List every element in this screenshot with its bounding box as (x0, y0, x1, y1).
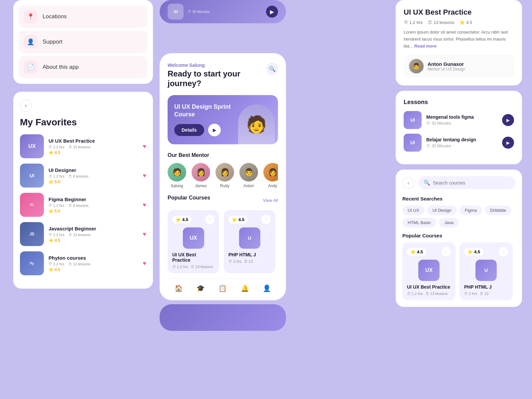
rating-badge: ⭐ 4.5 (172, 216, 192, 223)
menu-item-about[interactable]: 📄 About this app (19, 56, 148, 78)
course-meta: ⏱ 1.2 hrs 🗒 6 lessons (49, 174, 138, 178)
lessons-card: Lessons UI Mengenal tools figma ⏱ 30 Min… (396, 91, 522, 164)
favorite-icon[interactable]: ♥ (143, 231, 146, 238)
menu-label-support: Support (43, 39, 63, 45)
list-item[interactable]: Py Phyton courses ⏱ 1.2 hrs 🗒 12 lessons… (20, 251, 146, 275)
mentor-avatar: 👩 (192, 163, 210, 182)
course-card[interactable]: ⭐ 4.5 ♡ UX UI UX Best Practice ⏱ 1.2 hrs… (402, 242, 456, 300)
search-tag[interactable]: Java (439, 218, 459, 227)
detail-description: Lorem ipsum dolor sit amet consectetur. … (404, 29, 514, 50)
location-icon: 📍 (24, 10, 37, 23)
list-item[interactable]: JS Javascript Beginner ⏱ 1.2 hrs 🗒 13 le… (20, 222, 146, 246)
top-card-partial: ✉ ⏱ 30 Minutes ▶ (160, 0, 286, 23)
list-item[interactable]: UI UI Designer ⏱ 1.2 hrs 🗒 6 lessons ⭐ 5… (20, 164, 146, 188)
course-meta: ⏱ 1.2 hrs 🗒 13 lessons (49, 145, 138, 149)
mentor-avatar: 🧑 (168, 163, 186, 182)
search-back-button[interactable]: ‹ (402, 177, 414, 189)
lesson-thumb: UI (404, 111, 422, 129)
search-tag[interactable]: Figma (460, 205, 482, 215)
mentor-avatar: 👩 (263, 163, 278, 182)
search-tag[interactable]: UI UX (402, 205, 425, 215)
nav-notes[interactable]: 📋 (218, 284, 227, 292)
course-name: UI UX Best Practice (172, 252, 214, 263)
details-button[interactable]: Details (174, 124, 204, 136)
course-meta: ⏱ 2 hrs 🗒 13 (228, 259, 271, 263)
course-meta: ⏱ 1.2 hrs 🗒 13 lessons (172, 265, 214, 269)
nav-courses[interactable]: 🎓 (197, 284, 205, 292)
lesson-name: Belajar tentang design (426, 137, 497, 142)
bottom-card-partial (160, 304, 286, 331)
search-input[interactable] (433, 180, 510, 186)
detail-meta: ⏱ 1.2 hrs 🗒 13 lessons ⭐ 4.5 (404, 20, 514, 25)
mentor-avatar: 👨 (239, 163, 258, 182)
support-icon: 👤 (24, 35, 37, 49)
lesson-name: Mengenal tools figma (426, 114, 497, 120)
nav-profile[interactable]: 👤 (263, 284, 271, 292)
view-all-button[interactable]: View All (263, 198, 278, 203)
favorite-button[interactable]: ♡ (205, 215, 214, 224)
list-item[interactable]: UX UI UX Best Practice ⏱ 1.2 hrs 🗒 13 le… (20, 134, 146, 158)
mentor-name: Salung (171, 184, 183, 188)
favorite-icon[interactable]: ♥ (143, 201, 146, 208)
menu-item-locations[interactable]: 📍 Locations (19, 5, 148, 28)
course-rating: ⭐ 4.5 (49, 150, 138, 155)
search-tag[interactable]: UI Design (427, 205, 457, 215)
course-rating: ⭐ 5.0 (49, 180, 138, 184)
course-thumb: UX (418, 260, 440, 281)
course-rating: ⭐ 5.0 (49, 209, 138, 213)
favorite-button[interactable]: ♡ (499, 247, 508, 256)
nav-home[interactable]: 🏠 (175, 284, 183, 292)
course-card[interactable]: ⭐ 4.5 ♡ U PHP HTML J ⏱ 2 hrs 🗒 13 (460, 242, 513, 300)
favorite-icon[interactable]: ♥ (143, 143, 146, 150)
search-input-wrap: 🔍 (418, 176, 515, 189)
play-button[interactable]: ▶ (502, 137, 514, 149)
mentor-avatar: 👨 (409, 59, 424, 73)
course-thumb: UX (20, 134, 44, 158)
mentor-item[interactable]: 👩 James (192, 163, 210, 188)
course-name: UI UX Best Practice (49, 138, 138, 144)
favorite-button[interactable]: ♡ (261, 215, 271, 224)
welcome-text: Welcome Salung (168, 63, 266, 68)
popular-courses-row: ⭐ 4.5 ♡ UX UI UX Best Practice ⏱ 1.2 hrs… (402, 242, 515, 300)
detail-title: UI UX Best Practice (404, 8, 514, 17)
course-meta: ⏱ 2 hrs 🗒 13 (464, 292, 508, 296)
course-thumb: UX (183, 227, 204, 249)
read-more-link[interactable]: Read more (414, 44, 437, 49)
mentor-item[interactable]: 🧑 Salung (168, 163, 186, 188)
search-tag[interactable]: HTML Basic (402, 218, 436, 227)
search-tag[interactable]: Dribbble (485, 205, 511, 215)
course-thumb: U (475, 260, 497, 281)
list-item[interactable]: Fi Figma Beginner ⏱ 1.2 hrs 🗒 8 lessons … (20, 193, 146, 217)
play-button[interactable]: ▶ (502, 114, 514, 126)
course-card[interactable]: ⭐ 4.5 ♡ UX UI UX Best Practice ⏱ 1.2 hrs… (168, 210, 219, 273)
mentor-info: 👨 Anton Gunasor Mentor UI UX Design (404, 55, 514, 77)
nav-notifications[interactable]: 🔔 (241, 284, 249, 292)
recent-searches-title: Recent Searches (402, 196, 515, 201)
favorite-icon[interactable]: ♥ (143, 172, 146, 179)
course-thumb: Py (20, 251, 44, 275)
phone-main-card: Welcome Salung Ready to start your journ… (160, 53, 286, 300)
play-button[interactable] (208, 124, 221, 136)
course-name: Phyton courses (49, 255, 138, 261)
left-panel: 📍 Locations 👤 Support 📄 About this app ‹… (13, 0, 153, 399)
course-card[interactable]: ⭐ 4.5 ♡ U PHP HTML J ⏱ 2 hrs 🗒 13 (224, 210, 275, 273)
mentor-item[interactable]: 👩 Andy (263, 163, 278, 188)
favorite-button[interactable]: ♡ (442, 247, 451, 256)
menu-item-support[interactable]: 👤 Support (19, 31, 148, 53)
mentors-section-title: Our Best Mentor (168, 152, 278, 158)
back-button[interactable]: ‹ (20, 100, 32, 112)
mentor-name: Andy (268, 184, 277, 188)
favorite-icon[interactable]: ♥ (143, 260, 146, 267)
course-thumb: JS (20, 222, 44, 246)
mentor-item[interactable]: 👩 Rudy (215, 163, 234, 188)
course-rating: ⭐ 4.5 (49, 238, 138, 243)
list-item[interactable]: UI Mengenal tools figma ⏱ 30 Minutes ▶ (404, 111, 514, 129)
course-name: PHP HTML J (228, 252, 271, 257)
mentor-item[interactable]: 👨 Anton (239, 163, 258, 188)
search-button[interactable]: 🔍 (266, 63, 278, 75)
list-item[interactable]: UI Belajar tentang design ⏱ 30 Minutes ▶ (404, 134, 514, 152)
lesson-duration: ⏱ 30 Minutes (426, 121, 497, 126)
rating-badge: ⭐ 4.5 (228, 216, 248, 223)
lesson-thumb: UI (404, 134, 422, 152)
mentor-name: Anton Gunasor (428, 61, 465, 67)
